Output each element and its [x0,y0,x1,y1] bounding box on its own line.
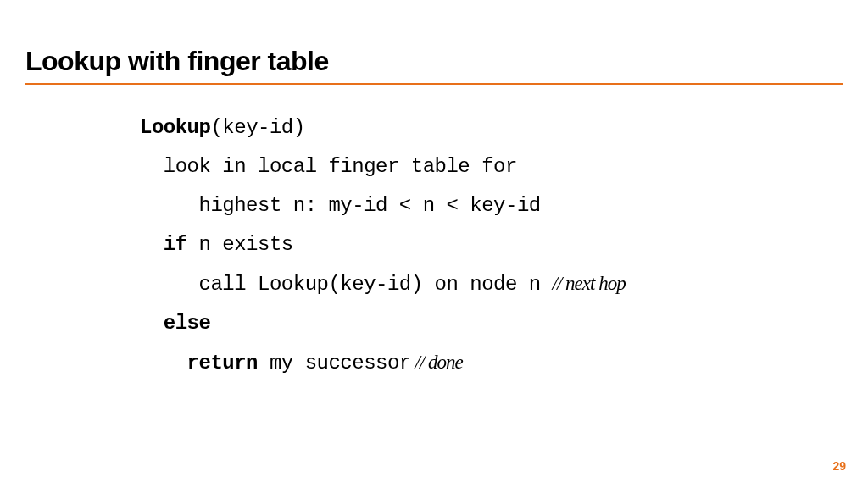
code-line: call Lookup(key-id) on node n // next ho… [140,264,626,304]
pseudocode-block: Lookup(key-id) look in local finger tabl… [140,108,626,383]
code-line: return my successor // done [140,343,626,383]
keyword-return: return [187,352,270,374]
code-line: else [140,304,626,343]
keyword-else: else [140,312,210,335]
code-text: (key-id) [210,116,304,139]
code-text: call Lookup(key-id) on node n [140,273,553,296]
keyword-if: if [140,233,187,256]
code-text: n exists [187,233,293,256]
slide-title: Lookup with finger table [25,46,329,77]
keyword-lookup: Lookup [140,116,210,139]
title-underline [25,83,843,85]
code-line: if n exists [140,225,626,264]
code-indent [140,352,187,374]
code-line: highest n: my-id < n < key-id [140,186,626,225]
comment-next-hop: // next hop [553,273,626,294]
code-line: look in local finger table for [140,147,626,186]
code-text: my successor [270,352,411,374]
comment-done: // done [411,352,463,373]
code-line: Lookup(key-id) [140,108,626,147]
page-number: 29 [832,459,846,473]
